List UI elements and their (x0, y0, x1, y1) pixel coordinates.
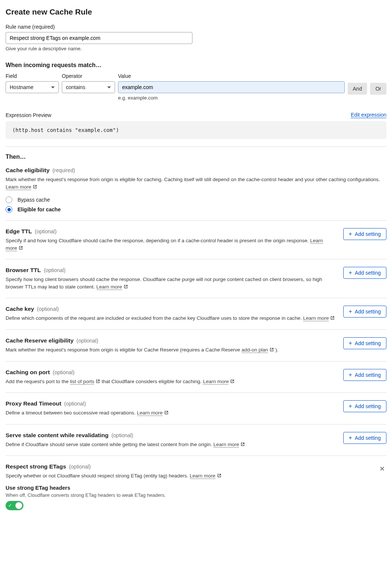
eligible-cache-radio[interactable] (6, 206, 12, 213)
external-link-icon (164, 410, 169, 415)
cache-eligibility-desc: Mark whether the request's response from… (6, 176, 386, 190)
edge-ttl-title: Edge TTL (6, 228, 32, 234)
expression-preview-label: Expression Preview (6, 112, 51, 118)
learn-more-link[interactable]: Learn more (303, 315, 329, 321)
value-helper: e.g. example.com (118, 95, 345, 101)
plus-icon: + (349, 231, 352, 237)
external-link-icon (19, 246, 23, 250)
external-link-icon (270, 347, 274, 352)
value-label: Value (118, 73, 345, 79)
field-label: Field (6, 73, 59, 79)
add-setting-proxy-timeout[interactable]: +Add setting (343, 400, 386, 412)
browser-ttl-desc: Specify how long client browsers should … (6, 276, 336, 290)
cache-key-title: Cache key (6, 306, 34, 312)
respect-etags-title: Respect strong ETags (6, 463, 66, 470)
plus-icon: + (349, 340, 352, 346)
learn-more-link[interactable]: Learn more (137, 410, 163, 416)
addon-plan-link[interactable]: add-on plan (242, 347, 268, 353)
check-icon: ✓ (8, 503, 12, 508)
external-link-icon (230, 379, 235, 384)
learn-more-link[interactable]: Learn more (6, 184, 31, 190)
operator-select[interactable]: contains (62, 81, 115, 93)
field-select[interactable]: Hostname (6, 81, 59, 93)
plus-icon: + (349, 435, 352, 441)
list-of-ports-link[interactable]: list of ports (70, 379, 94, 385)
learn-more-link[interactable]: Learn more (213, 442, 239, 448)
serve-stale-desc: Define if Cloudflare should serve stale … (6, 441, 336, 448)
use-strong-etag-desc: When off, Cloudflare converts strong ETa… (6, 492, 386, 498)
add-setting-serve-stale[interactable]: +Add setting (343, 432, 386, 444)
bypass-cache-label: Bypass cache (17, 197, 50, 203)
operator-label: Operator (62, 73, 115, 79)
and-button[interactable]: And (348, 83, 367, 95)
then-title: Then… (6, 154, 386, 160)
add-setting-cache-reserve[interactable]: +Add setting (343, 337, 386, 349)
learn-more-link[interactable]: Learn more (190, 473, 216, 479)
add-setting-edge-ttl[interactable]: +Add setting (343, 228, 386, 240)
cache-reserve-title: Cache Reserve eligibility (6, 337, 74, 344)
proxy-timeout-desc: Define a timeout between two successive … (6, 409, 336, 417)
value-input[interactable] (118, 81, 345, 93)
when-title: When incoming requests match… (6, 62, 386, 69)
chevron-down-icon (51, 86, 55, 88)
strong-etag-toggle[interactable]: ✓ (6, 501, 23, 510)
edit-expression-link[interactable]: Edit expression (351, 112, 386, 118)
external-link-icon (240, 442, 245, 446)
respect-etags-desc: Specify whether or not Cloudflare should… (6, 472, 370, 480)
eligible-cache-label: Eligible for cache (17, 206, 61, 212)
cache-eligibility-title: Cache eligibility (6, 167, 50, 173)
add-setting-browser-ttl[interactable]: +Add setting (343, 267, 386, 279)
learn-more-link[interactable]: Learn more (96, 284, 122, 290)
learn-more-link[interactable]: Learn more (203, 379, 229, 385)
external-link-icon (33, 184, 37, 189)
browser-ttl-title: Browser TTL (6, 267, 41, 273)
add-setting-caching-port[interactable]: +Add setting (343, 369, 386, 381)
external-link-icon (330, 316, 335, 320)
use-strong-etag-title: Use strong ETag headers (6, 485, 386, 491)
external-link-icon (96, 379, 100, 384)
cache-eligibility-tag: (required) (52, 167, 75, 173)
rule-name-input[interactable] (6, 32, 192, 44)
rule-name-helper: Give your rule a descriptive name. (6, 46, 192, 51)
rule-name-label: Rule name (required) (6, 24, 192, 30)
chevron-down-icon (107, 86, 111, 88)
edge-ttl-desc: Specify if and how long Cloudflare shoul… (6, 237, 336, 252)
plus-icon: + (349, 403, 352, 409)
cache-key-desc: Define which components of the request a… (6, 315, 336, 322)
bypass-cache-radio[interactable] (6, 196, 12, 203)
serve-stale-title: Serve stale content while revalidating (6, 432, 109, 438)
external-link-icon (124, 284, 128, 289)
external-link-icon (217, 473, 222, 478)
page-title: Create new Cache Rule (6, 7, 386, 16)
proxy-timeout-title: Proxy Read Timeout (6, 400, 61, 407)
plus-icon: + (349, 270, 352, 276)
plus-icon: + (349, 309, 352, 315)
or-button[interactable]: Or (370, 83, 386, 95)
expression-code: (http.host contains "example.com") (6, 121, 386, 139)
add-setting-cache-key[interactable]: +Add setting (343, 306, 386, 318)
close-icon[interactable]: ✕ (378, 463, 386, 474)
cache-reserve-desc: Mark whether the request's response from… (6, 346, 336, 354)
caching-port-desc: Add the request's port to the list of po… (6, 378, 336, 385)
caching-port-title: Caching on port (6, 369, 50, 375)
plus-icon: + (349, 372, 352, 378)
